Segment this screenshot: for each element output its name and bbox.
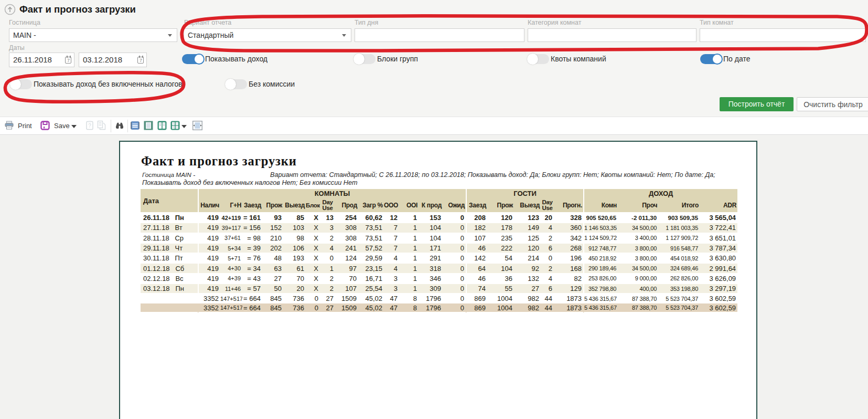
svg-text:?: ? [88,123,91,129]
